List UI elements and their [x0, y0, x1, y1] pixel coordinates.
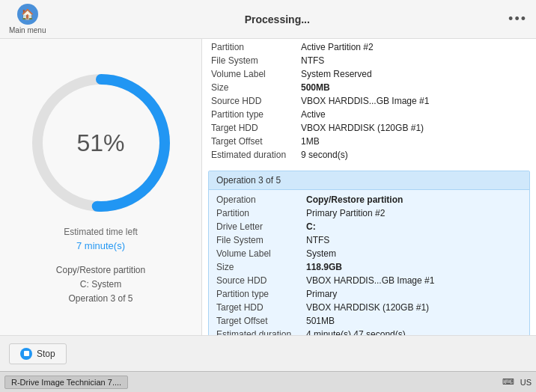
op3-row-partition: Partition Primary Partition #2 [216, 206, 522, 220]
operation-info: Copy/Restore partition C: System Operati… [56, 263, 145, 307]
operation-detail1: C: System [56, 278, 145, 292]
main-content: 51% Estimated time left 7 minute(s) Copy… [0, 39, 536, 335]
operation-detail2: Operation 3 of 5 [56, 292, 145, 306]
stop-button[interactable]: Stop [9, 343, 67, 364]
info-row-target: Target HDD VBOX HARDDISK (120GB #1) [211, 121, 527, 135]
op3-label-source: Source HDD [216, 275, 306, 286]
language-indicator: US [520, 378, 532, 387]
main-menu[interactable]: 🏠 Main menu [9, 4, 46, 34]
stop-square-icon [24, 351, 29, 356]
op3-value-offset: 501MB [306, 316, 522, 326]
op3-row-fs: File System NTFS [216, 233, 522, 247]
op3-row-source: Source HDD VBOX HARDDIS...GB Image #1 [216, 274, 522, 287]
value-filesystem: NTFS [301, 55, 527, 66]
taskbar-right: ⌨ US [502, 377, 532, 387]
label-source: Source HDD [211, 96, 301, 106]
label-partition: Partition [211, 42, 301, 52]
header: 🏠 Main menu Processing... ••• [0, 0, 536, 39]
label-duration: Estimated duration [211, 150, 301, 160]
op3-value-partition: Primary Partition #2 [306, 208, 522, 218]
top-info-section: Partition Active Partition #2 File Syste… [202, 39, 536, 166]
op3-label-parttype: Partition type [216, 289, 306, 299]
info-row-volume: Volume Label System Reserved [211, 67, 527, 81]
main-menu-label: Main menu [9, 26, 46, 34]
label-parttype: Partition type [211, 109, 301, 120]
op3-value-drive: C: [306, 221, 522, 232]
op3-value-fs: NTFS [306, 235, 522, 245]
op3-row-target: Target HDD VBOX HARDDISK (120GB #1) [216, 301, 522, 314]
page-title: Processing... [46, 13, 508, 25]
operation-3-block: Operation 3 of 5 Operation Copy/Restore … [208, 171, 530, 335]
label-offset: Target Offset [211, 136, 301, 147]
op3-value-volume: System [306, 248, 522, 259]
progress-text: 51% [76, 129, 124, 156]
op3-value-operation: Copy/Restore partition [306, 195, 522, 205]
label-filesystem: File System [211, 55, 301, 66]
op3-label-drive: Drive Letter [216, 221, 306, 232]
operation-title: Copy/Restore partition [56, 263, 145, 278]
op3-value-size: 118.9GB [306, 262, 522, 272]
stop-label: Stop [37, 349, 55, 359]
estimated-time-label: Estimated time left [64, 227, 138, 237]
op3-label-fs: File System [216, 235, 306, 245]
op3-label-partition: Partition [216, 208, 306, 218]
info-row-size: Size 500MB [211, 81, 527, 94]
op3-label-target: Target HDD [216, 302, 306, 313]
label-target: Target HDD [211, 123, 301, 133]
value-source: VBOX HARDDIS...GB Image #1 [301, 96, 527, 106]
stop-icon [20, 348, 32, 360]
bottom-bar: Stop [0, 335, 536, 371]
op3-row-offset: Target Offset 501MB [216, 314, 522, 328]
label-volume: Volume Label [211, 69, 301, 79]
operation-3-header: Operation 3 of 5 [209, 171, 529, 190]
op3-label-volume: Volume Label [216, 248, 306, 259]
progress-circle: 51% [26, 68, 176, 218]
op3-row-duration: Estimated duration 4 minute(s) 47 second… [216, 328, 522, 335]
op3-row-size: Size 118.9GB [216, 260, 522, 274]
op3-row-operation: Operation Copy/Restore partition [216, 193, 522, 206]
info-row-filesystem: File System NTFS [211, 54, 527, 67]
left-panel: 51% Estimated time left 7 minute(s) Copy… [0, 39, 202, 335]
op3-row-parttype: Partition type Primary [216, 287, 522, 301]
op3-label-duration: Estimated duration [216, 329, 306, 335]
home-icon: 🏠 [17, 4, 38, 25]
more-options-button[interactable]: ••• [508, 11, 527, 27]
progress-percent: 51% [76, 129, 124, 156]
op3-label-operation: Operation [216, 195, 306, 205]
op3-value-parttype: Primary [306, 289, 522, 299]
op3-value-duration: 4 minute(s) 47 second(s) [306, 329, 522, 335]
value-offset: 1MB [301, 136, 527, 147]
op3-label-offset: Target Offset [216, 316, 306, 326]
value-partition: Active Partition #2 [301, 42, 527, 52]
op3-row-drive: Drive Letter C: [216, 220, 522, 233]
value-target: VBOX HARDDISK (120GB #1) [301, 123, 527, 133]
estimated-time-value: 7 minute(s) [76, 240, 125, 251]
op3-row-volume: Volume Label System [216, 247, 522, 260]
info-row-parttype: Partition type Active [211, 108, 527, 121]
value-volume: System Reserved [301, 69, 527, 79]
op3-label-size: Size [216, 262, 306, 272]
taskbar-app[interactable]: R-Drive Image Technician 7.... [4, 376, 128, 389]
label-size: Size [211, 82, 301, 93]
value-duration: 9 second(s) [301, 150, 527, 160]
taskbar: R-Drive Image Technician 7.... ⌨ US [0, 371, 536, 392]
value-size: 500MB [301, 82, 527, 93]
op3-value-target: VBOX HARDDISK (120GB #1) [306, 302, 522, 313]
right-panel[interactable]: Partition Active Partition #2 File Syste… [202, 39, 536, 335]
value-parttype: Active [301, 109, 527, 120]
keyboard-icon: ⌨ [502, 377, 514, 387]
op3-value-source: VBOX HARDDIS...GB Image #1 [306, 275, 522, 286]
info-row-partition: Partition Active Partition #2 [211, 40, 527, 54]
operation-3-content: Operation Copy/Restore partition Partiti… [209, 190, 529, 335]
info-row-source: Source HDD VBOX HARDDIS...GB Image #1 [211, 94, 527, 108]
info-row-duration: Estimated duration 9 second(s) [211, 148, 527, 162]
info-row-offset: Target Offset 1MB [211, 135, 527, 148]
